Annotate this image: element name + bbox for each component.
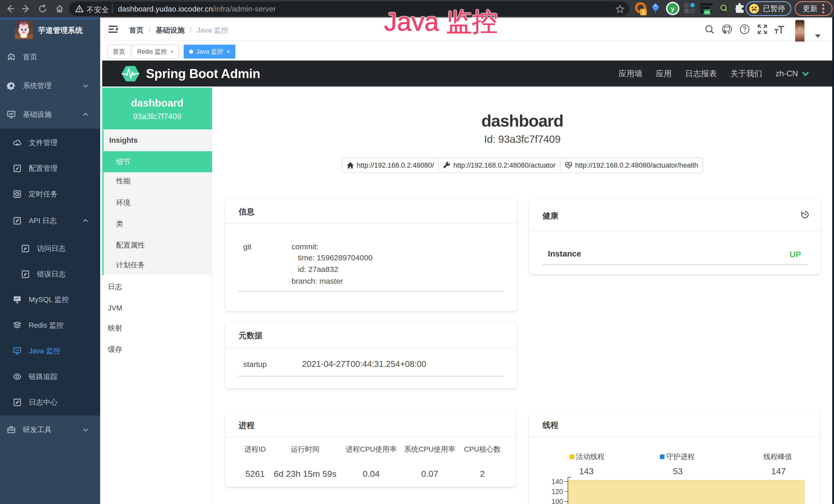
svg-text:on: on [705,10,710,15]
svg-text:1: 1 [642,9,645,15]
svg-text:y: y [671,5,675,13]
